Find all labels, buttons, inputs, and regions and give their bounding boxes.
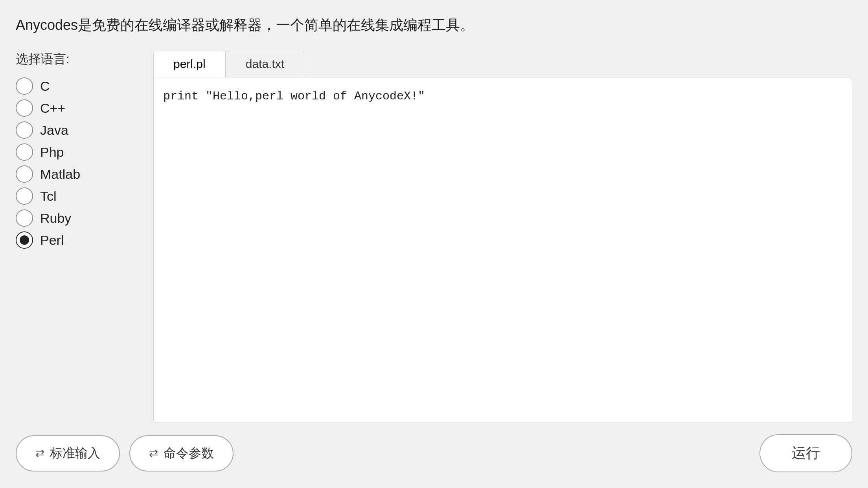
- language-list: CC++JavaPhpMatlabTclRubyPerl: [16, 77, 142, 249]
- tab-perl-pl[interactable]: perl.pl: [153, 51, 226, 78]
- language-item-c[interactable]: C: [16, 77, 142, 95]
- footer-left: ⇄ 标准输入 ⇄ 命令参数: [16, 435, 234, 471]
- lang-name-c++: C++: [40, 101, 65, 116]
- language-item-java[interactable]: Java: [16, 121, 142, 139]
- sidebar: 选择语言: CC++JavaPhpMatlabTclRubyPerl: [16, 51, 142, 422]
- radio-perl: [16, 231, 33, 249]
- language-item-c++[interactable]: C++: [16, 99, 142, 117]
- stdin-button[interactable]: ⇄ 标准输入: [16, 435, 120, 471]
- radio-matlab: [16, 165, 33, 183]
- header-description: Anycodes是免费的在线编译器或解释器，一个简单的在线集成编程工具。: [16, 16, 852, 35]
- args-icon: ⇄: [149, 447, 158, 460]
- radio-java: [16, 121, 33, 139]
- lang-name-java: Java: [40, 123, 68, 138]
- lang-name-php: Php: [40, 145, 64, 160]
- lang-name-perl: Perl: [40, 233, 64, 248]
- code-editor[interactable]: [163, 88, 842, 413]
- radio-c: [16, 77, 33, 95]
- radio-c++: [16, 99, 33, 117]
- main-area: 选择语言: CC++JavaPhpMatlabTclRubyPerl perl.…: [16, 51, 852, 422]
- footer: ⇄ 标准输入 ⇄ 命令参数 运行: [16, 434, 852, 472]
- tab-data-txt[interactable]: data.txt: [226, 51, 304, 78]
- language-item-tcl[interactable]: Tcl: [16, 187, 142, 205]
- args-button[interactable]: ⇄ 命令参数: [129, 435, 234, 471]
- radio-php: [16, 143, 33, 161]
- code-area-wrapper: [153, 78, 852, 422]
- radio-ruby: [16, 209, 33, 227]
- run-button[interactable]: 运行: [760, 434, 852, 472]
- tab-bar: perl.pldata.txt: [153, 51, 852, 78]
- stdin-label: 标准输入: [50, 445, 100, 462]
- language-item-matlab[interactable]: Matlab: [16, 165, 142, 183]
- lang-name-tcl: Tcl: [40, 189, 57, 204]
- stdin-icon: ⇄: [35, 447, 44, 460]
- radio-inner-perl: [20, 235, 29, 245]
- lang-name-matlab: Matlab: [40, 167, 80, 182]
- args-label: 命令参数: [164, 445, 214, 462]
- lang-name-c: C: [40, 79, 50, 94]
- editor-panel: perl.pldata.txt: [153, 51, 852, 422]
- radio-tcl: [16, 187, 33, 205]
- language-item-php[interactable]: Php: [16, 143, 142, 161]
- language-item-ruby[interactable]: Ruby: [16, 209, 142, 227]
- sidebar-label: 选择语言:: [16, 51, 142, 68]
- language-item-perl[interactable]: Perl: [16, 231, 142, 249]
- lang-name-ruby: Ruby: [40, 211, 71, 226]
